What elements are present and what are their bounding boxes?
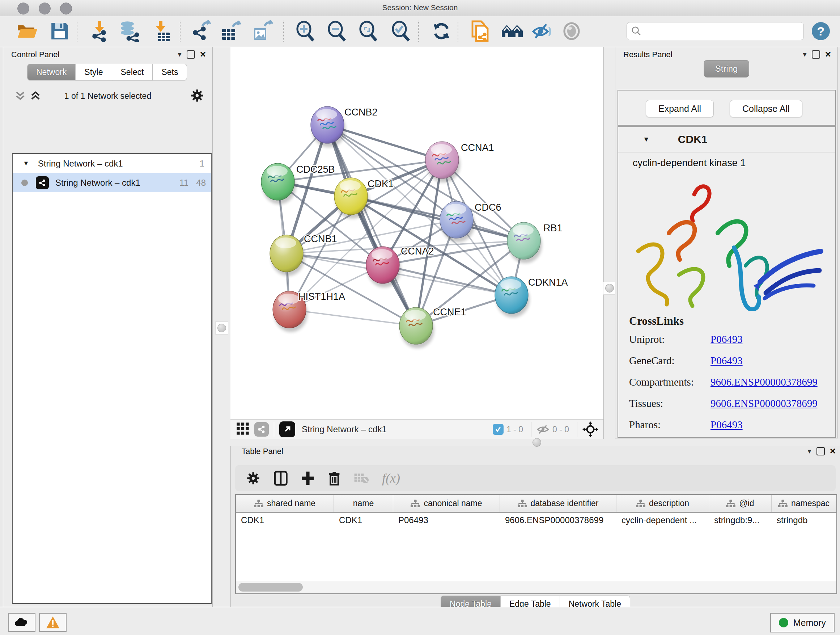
- zoom-out-button[interactable]: [324, 19, 349, 43]
- table-cell[interactable]: stringdb:9...: [709, 513, 772, 528]
- gene-entry-header[interactable]: ▼ CDK1: [618, 127, 835, 152]
- tab-select[interactable]: Select: [112, 64, 153, 80]
- tab-sets[interactable]: Sets: [153, 64, 187, 80]
- table-cell[interactable]: CDK1: [236, 513, 334, 528]
- network-node[interactable]: [425, 141, 459, 179]
- network-node[interactable]: [399, 307, 433, 344]
- tree-options-gear-icon[interactable]: [190, 88, 204, 103]
- title-bar: Session: New Session: [0, 0, 840, 16]
- column-header[interactable]: @id: [709, 495, 772, 512]
- disclosure-triangle-icon[interactable]: ▼: [643, 135, 650, 143]
- right-splitter[interactable]: [603, 47, 615, 439]
- network-node[interactable]: [261, 163, 294, 200]
- open-session-button[interactable]: [14, 19, 40, 43]
- panel-menu-icon[interactable]: ▾: [803, 50, 807, 59]
- network-view-button[interactable]: [254, 422, 269, 437]
- column-header-label: @id: [739, 499, 754, 508]
- warning-status-button[interactable]: [39, 613, 66, 632]
- function-builder-fx-icon[interactable]: f(x): [382, 470, 400, 486]
- column-header-label: database identifier: [531, 499, 599, 508]
- search-field: [627, 22, 804, 40]
- network-node[interactable]: [507, 222, 540, 259]
- zoom-selected-button[interactable]: [388, 19, 413, 43]
- grid-view-button[interactable]: [235, 421, 250, 437]
- scrollbar-thumb[interactable]: [238, 583, 303, 592]
- close-panel-icon[interactable]: ×: [830, 448, 836, 455]
- crosslink-genecard-link[interactable]: P06493: [711, 355, 743, 367]
- network-node[interactable]: [440, 201, 473, 238]
- network-node[interactable]: [270, 235, 303, 272]
- tab-network[interactable]: Network: [27, 64, 76, 80]
- crosslink-uniprot-link[interactable]: P06493: [711, 333, 743, 345]
- table-cell[interactable]: 9606.ENSP00000378699: [500, 513, 616, 528]
- string-documents-button[interactable]: [467, 19, 493, 43]
- column-header[interactable]: namespac: [772, 495, 836, 512]
- warning-triangle-icon: [46, 616, 60, 629]
- export-network-button[interactable]: [188, 19, 213, 43]
- add-column-plus-icon[interactable]: [301, 470, 315, 486]
- string-home-button[interactable]: [499, 19, 526, 43]
- float-panel-icon[interactable]: [187, 50, 195, 59]
- cloud-status-button[interactable]: [8, 613, 35, 632]
- column-header[interactable]: name: [334, 495, 393, 512]
- show-all-button[interactable]: [560, 19, 583, 43]
- table-panel-title: Table Panel: [242, 447, 283, 456]
- memory-button[interactable]: Memory: [770, 613, 835, 632]
- right-splitter-handle[interactable]: [603, 282, 616, 295]
- collapse-all-button[interactable]: Collapse All: [729, 100, 802, 117]
- panel-menu-icon[interactable]: ▾: [808, 447, 812, 455]
- import-network-file-button[interactable]: [87, 19, 112, 43]
- show-columns-icon[interactable]: [273, 470, 288, 486]
- network-row[interactable]: String Network – cdk1 11 48: [13, 173, 211, 192]
- table-horizontal-scrollbar[interactable]: [236, 581, 836, 593]
- crosslink-tissues-link[interactable]: 9606.ENSP00000378699: [711, 397, 818, 409]
- delete-table-icon[interactable]: [354, 472, 369, 485]
- zoom-fit-button[interactable]: [355, 19, 381, 43]
- tab-string[interactable]: String: [704, 60, 749, 78]
- close-panel-icon[interactable]: ×: [825, 51, 831, 58]
- selected-checkbox-icon[interactable]: [493, 424, 504, 435]
- left-splitter-handle[interactable]: [215, 321, 228, 334]
- network-collection-row[interactable]: ▼ String Network – cdk1 1: [13, 154, 211, 173]
- column-header[interactable]: shared name: [236, 495, 334, 512]
- import-network-database-button[interactable]: [117, 19, 143, 43]
- control-panel-tabs: Network Style Select Sets: [27, 64, 187, 80]
- tab-style[interactable]: Style: [76, 64, 112, 80]
- birdseye-view-button[interactable]: [279, 421, 295, 437]
- network-node[interactable]: [311, 106, 344, 143]
- crosslink-pharos-link[interactable]: P06493: [711, 419, 743, 431]
- table-settings-gear-icon[interactable]: [246, 471, 261, 486]
- export-image-button[interactable]: [249, 19, 275, 43]
- network-node[interactable]: [495, 277, 528, 314]
- table-cell[interactable]: P06493: [393, 513, 500, 528]
- table-cell[interactable]: cyclin-dependent ...: [616, 513, 709, 528]
- hide-selected-button[interactable]: [531, 19, 554, 43]
- table-row[interactable]: CDK1CDK1P064939606.ENSP00000378699cyclin…: [236, 513, 836, 528]
- import-table-file-button[interactable]: [149, 19, 174, 43]
- column-header[interactable]: canonical name: [393, 495, 500, 512]
- network-canvas[interactable]: CCNB2CCNA1CDC25BCDK1CDC6RB1CCNB1CCNA2CDK…: [231, 47, 603, 419]
- help-button[interactable]: ?: [812, 22, 830, 40]
- column-header[interactable]: database identifier: [500, 495, 616, 512]
- pan-crosshair-icon[interactable]: [583, 421, 598, 437]
- network-node[interactable]: [366, 247, 399, 283]
- float-panel-icon[interactable]: [812, 50, 820, 59]
- search-input[interactable]: [644, 24, 801, 39]
- float-panel-icon[interactable]: [816, 447, 825, 455]
- table-cell[interactable]: CDK1: [334, 513, 393, 528]
- network-edge[interactable]: [289, 310, 416, 326]
- table-cell[interactable]: stringdb: [772, 513, 836, 528]
- delete-column-trash-icon[interactable]: [328, 470, 341, 486]
- crosslink-compartments-link[interactable]: 9606.ENSP00000378699: [711, 376, 818, 388]
- close-panel-icon[interactable]: ×: [200, 51, 206, 58]
- disclosure-triangle-icon[interactable]: ▼: [23, 160, 29, 167]
- zoom-in-button[interactable]: [292, 19, 317, 43]
- refresh-button[interactable]: [430, 19, 453, 43]
- export-table-button[interactable]: [218, 19, 243, 43]
- left-splitter[interactable]: [212, 47, 231, 607]
- network-node[interactable]: [334, 178, 368, 215]
- column-header[interactable]: description: [616, 495, 709, 512]
- panel-menu-icon[interactable]: ▾: [178, 50, 182, 59]
- save-session-button[interactable]: [47, 19, 73, 43]
- expand-all-button[interactable]: Expand All: [646, 100, 714, 117]
